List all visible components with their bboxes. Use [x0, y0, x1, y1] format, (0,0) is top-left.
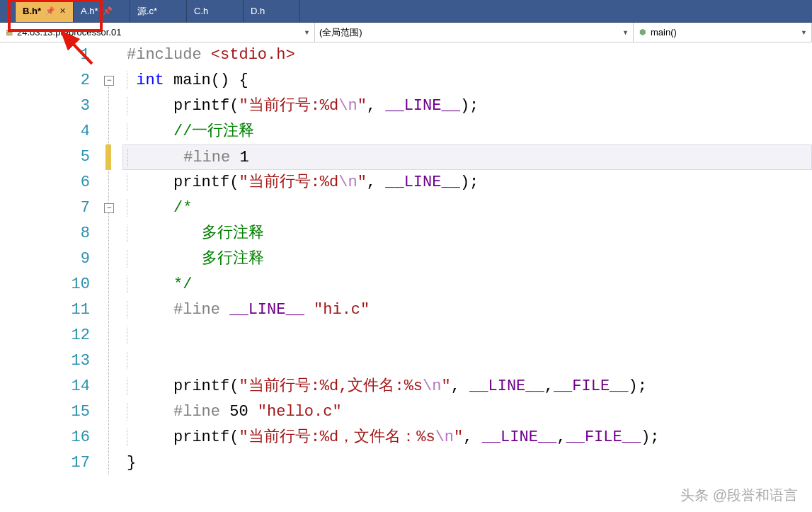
line-number: 11 — [0, 297, 90, 323]
token-txt — [136, 173, 173, 191]
tab-label: A.h* — [81, 6, 98, 16]
code-line[interactable]: //一行注释 — [124, 119, 812, 144]
fold-toggle-icon[interactable]: − — [104, 203, 114, 213]
code-line[interactable]: printf("当前行号:%d,文件名:%s\n", __LINE__,__FI… — [124, 374, 812, 399]
code-line[interactable]: 多行注释 — [124, 221, 812, 246]
close-icon[interactable]: ✕ — [59, 6, 66, 16]
token-cmt: 多行注释 — [202, 250, 264, 268]
line-number: 4 — [0, 119, 90, 144]
tab-label: B.h* — [23, 6, 41, 16]
token-txt: } — [127, 454, 136, 472]
token-esc: \n — [435, 428, 454, 446]
token-txt — [248, 403, 258, 421]
code-line[interactable] — [124, 323, 812, 348]
side-tab-handle[interactable] — [0, 0, 16, 22]
scope-selector[interactable]: (全局范围) ▼ — [315, 23, 634, 42]
token-esc: \n — [423, 377, 441, 395]
code-line[interactable]: #include <stdio.h> — [124, 42, 812, 68]
token-pp: #line — [173, 301, 220, 319]
token-str: "当前行号:%d,文件名:%s — [239, 377, 423, 395]
symbol-selector[interactable]: ⬢ main() ▼ — [634, 23, 812, 42]
token-txt — [136, 97, 173, 115]
line-number: 15 — [0, 399, 90, 425]
token-txt: ); — [460, 97, 479, 115]
token-cmt: 多行注释 — [202, 224, 264, 242]
tab-source-c[interactable]: 源.c* — [130, 0, 187, 22]
fold-toggle-icon[interactable]: − — [104, 76, 114, 86]
token-txt — [136, 377, 173, 395]
token-num: 1 — [239, 149, 248, 166]
token-txt — [220, 403, 229, 421]
token-txt — [136, 403, 173, 421]
token-mac: __LINE__ — [385, 97, 460, 115]
tab-d-h[interactable]: D.h — [244, 0, 300, 22]
token-txt: , — [367, 97, 385, 115]
token-mac: __LINE__ — [385, 173, 460, 191]
token-mac: __LINE__ — [469, 377, 544, 395]
tab-a-h[interactable]: A.h* 📌 — [74, 0, 130, 22]
line-number: 8 — [0, 221, 90, 246]
token-str: "当前行号:%d — [239, 97, 338, 115]
line-number: 7 — [0, 195, 90, 221]
navigation-bar: ▦ 24.03.13.preprocessor.01 ▼ (全局范围) ▼ ⬢ … — [0, 23, 812, 42]
line-number: 5 — [0, 144, 90, 170]
code-editor[interactable]: 1234567891011121314151617 −− #include <s… — [0, 42, 812, 512]
project-selector[interactable]: ▦ 24.03.13.preprocessor.01 ▼ — [0, 23, 315, 42]
code-line[interactable]: #line 1 — [122, 144, 812, 170]
token-str: "hello.c" — [258, 403, 342, 421]
code-line[interactable]: int main() { — [124, 68, 812, 93]
change-indicator-column — [118, 42, 124, 512]
code-line[interactable]: 多行注释 — [124, 246, 812, 272]
token-cmt: */ — [173, 275, 192, 293]
token-txt: , — [451, 377, 469, 395]
code-line[interactable]: printf("当前行号:%d\n", __LINE__); — [124, 93, 812, 119]
token-str: "hi.c" — [314, 301, 370, 319]
token-txt — [137, 149, 183, 166]
token-txt: , — [367, 173, 385, 191]
fold-column: −− — [103, 42, 118, 512]
token-num: 50 — [229, 403, 248, 421]
code-line[interactable]: } — [124, 450, 812, 476]
code-line[interactable]: #line 50 "hello.c" — [124, 399, 812, 425]
chevron-down-icon: ▼ — [304, 29, 310, 36]
token-txt — [136, 199, 173, 217]
line-number: 2 — [0, 68, 90, 93]
line-number: 16 — [0, 425, 90, 450]
token-txt: ); — [460, 173, 479, 191]
token-txt: , — [556, 428, 566, 446]
pin-icon[interactable]: 📌 — [45, 6, 55, 16]
code-area[interactable]: #include <stdio.h> int main() { printf("… — [124, 42, 812, 512]
token-txt: ); — [641, 428, 659, 446]
chevron-down-icon: ▼ — [801, 29, 807, 36]
token-str: " — [358, 173, 367, 191]
project-label: 24.03.13.preprocessor.01 — [17, 27, 121, 38]
token-fn: printf — [173, 377, 229, 395]
token-txt: ( — [229, 173, 239, 191]
token-kw: int — [136, 72, 164, 89]
token-str: " — [454, 428, 463, 446]
tab-label: D.h — [251, 6, 265, 16]
token-str: "当前行号:%d — [239, 173, 338, 191]
tab-bar: B.h* 📌 ✕ A.h* 📌 源.c* C.h D.h — [0, 0, 812, 23]
token-pp: #include — [127, 46, 211, 64]
token-txt: () { — [211, 72, 248, 89]
line-number: 17 — [0, 450, 90, 476]
token-txt — [220, 301, 229, 319]
code-line[interactable]: printf("当前行号:%d，文件名：%s\n", __LINE__,__FI… — [124, 425, 812, 450]
token-fn: printf — [173, 97, 229, 115]
tab-b-h[interactable]: B.h* 📌 ✕ — [16, 0, 74, 22]
token-txt — [136, 301, 173, 319]
pin-icon[interactable]: 📌 — [103, 6, 113, 16]
token-mac: __LINE__ — [229, 301, 304, 319]
code-line[interactable]: */ — [124, 272, 812, 297]
code-line[interactable]: #line __LINE__ "hi.c" — [124, 297, 812, 323]
token-txt — [136, 250, 201, 268]
tab-c-h[interactable]: C.h — [187, 0, 244, 22]
token-esc: \n — [338, 97, 357, 115]
token-txt — [230, 149, 239, 166]
token-txt — [304, 301, 314, 319]
code-line[interactable]: printf("当前行号:%d\n", __LINE__); — [124, 170, 812, 195]
code-line[interactable] — [124, 348, 812, 374]
code-line[interactable]: /* — [124, 195, 812, 221]
line-number: 14 — [0, 374, 90, 399]
